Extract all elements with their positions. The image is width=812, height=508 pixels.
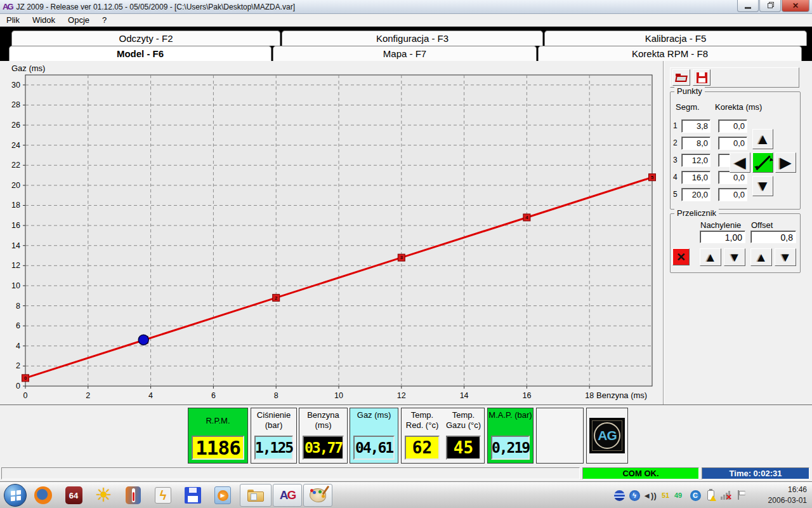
temp-red-label: Temp. <box>411 410 433 420</box>
tab-model[interactable]: Model - F6 <box>9 46 272 61</box>
temp-red-value: 62 <box>405 436 440 460</box>
network-tray-item[interactable]: ✕ <box>719 490 732 501</box>
svg-text:18: 18 <box>585 391 594 400</box>
tab-korekta-rpm[interactable]: Korekta RPM - F8 <box>538 46 802 61</box>
media-player-icon: ▶ <box>214 486 231 504</box>
status-empty <box>1 467 580 479</box>
tab-konfiguracja[interactable]: Konfiguracja - F3 <box>282 30 543 46</box>
korekta-field-5[interactable]: 0,0 <box>718 188 747 201</box>
tray-counter-51[interactable]: 51 <box>660 490 671 501</box>
volume-tray-item[interactable]: ◄)) <box>643 490 656 501</box>
restore-button[interactable] <box>759 0 781 12</box>
menu-help[interactable]: ? <box>96 14 113 26</box>
thermometer-app-launcher[interactable] <box>124 486 143 505</box>
point-left-button[interactable]: ◀ <box>730 152 750 173</box>
power-tray-item[interactable]: ϟ <box>628 490 641 501</box>
svg-text:10: 10 <box>11 281 20 290</box>
nachylenie-up-button[interactable]: ▲ <box>700 248 721 266</box>
c-app-icon: C <box>690 490 701 501</box>
punkty-row-1: 1 3,8 0,0 <box>673 119 747 133</box>
taskbar-clock[interactable]: 16:46 2006-03-01 <box>768 485 807 506</box>
ag-logo-icon: AG <box>589 418 625 453</box>
menu-widok[interactable]: Widok <box>26 14 62 26</box>
svg-text:4: 4 <box>16 342 20 351</box>
svg-text:2: 2 <box>275 295 277 301</box>
benzyna-unit: (ms) <box>315 420 332 430</box>
minimize-button[interactable] <box>737 0 759 12</box>
app-64-launcher[interactable]: 64 <box>64 486 83 505</box>
paint-task-button[interactable] <box>303 484 332 507</box>
nachylenie-field[interactable]: 1,00 <box>700 231 745 243</box>
media-player-launcher[interactable]: ▶ <box>213 486 232 505</box>
svg-text:18: 18 <box>11 201 20 210</box>
winamp-icon: ϟ <box>155 487 171 504</box>
segm-field-3[interactable]: 12,0 <box>681 154 710 167</box>
offset-down-button[interactable]: ▼ <box>775 248 796 266</box>
app-64-icon: 64 <box>65 486 82 504</box>
temp-gazu-value: 45 <box>446 436 481 460</box>
gauge-map: M.A.P. (bar) 0,219 <box>487 408 534 464</box>
svg-text:14: 14 <box>11 241 20 250</box>
arrow-left-icon: ◀ <box>734 155 745 170</box>
reset-button[interactable]: ✕ <box>672 248 690 265</box>
segm-field-4[interactable]: 16,0 <box>681 171 710 184</box>
korekta-field-1[interactable]: 0,0 <box>718 119 747 133</box>
model-chart[interactable]: Gaz (ms)02468101214161820222426283002468… <box>0 61 663 404</box>
col-korekta-label: Korekta (ms) <box>715 102 762 112</box>
thermometer-icon <box>126 486 141 504</box>
start-button[interactable] <box>4 484 27 507</box>
point-up-button[interactable]: ▲ <box>752 129 773 149</box>
temp-gazu-unit: Gazu (°c) <box>446 420 481 430</box>
nachylenie-down-button[interactable]: ▼ <box>724 248 745 266</box>
explorer-task-button[interactable] <box>240 484 272 507</box>
row-number: 3 <box>673 156 679 164</box>
firefox-launcher[interactable] <box>34 486 53 505</box>
segm-field-1[interactable]: 3,8 <box>681 119 710 133</box>
punkty-row-2: 2 8,0 0,0 <box>673 136 747 150</box>
offset-field[interactable]: 0,8 <box>750 231 796 243</box>
power-lightning-icon: ϟ <box>629 490 640 501</box>
window-title: JZ 2009 - Release ver 01.12.05 - 05/05/2… <box>16 3 296 11</box>
com-status: COM OK. <box>582 467 699 479</box>
globe-tray-item[interactable] <box>613 490 625 501</box>
przelicznik-title: Przelicznik <box>674 208 719 218</box>
close-button[interactable]: ✕ <box>782 0 809 12</box>
svg-text:0: 0 <box>16 382 20 391</box>
session-time: Time: 0:02:31 <box>702 467 809 479</box>
winamp-launcher[interactable]: ϟ <box>154 486 173 505</box>
tab-kalibracja[interactable]: Kalibracja - F5 <box>544 30 807 46</box>
sun-app-launcher[interactable]: ☀ <box>94 486 113 505</box>
linear-model-button[interactable] <box>752 152 773 173</box>
gauge-temps: Temp.Red. (°c) 62 Temp.Gazu (°c) 45 <box>401 408 485 464</box>
save-file-button[interactable] <box>693 69 710 86</box>
chart-canvas[interactable]: Gaz (ms)02468101214161820222426283002468… <box>0 61 663 404</box>
c-app-tray-item[interactable]: C <box>689 490 702 501</box>
korekta-field-2[interactable]: 0,0 <box>718 137 747 150</box>
point-right-button[interactable]: ▶ <box>775 152 796 173</box>
open-file-button[interactable] <box>672 69 690 86</box>
floppy-launcher[interactable] <box>183 486 202 505</box>
segm-field-2[interactable]: 8,0 <box>681 137 710 150</box>
offset-up-button[interactable]: ▲ <box>750 248 772 266</box>
tab-odczyty[interactable]: Odczyty - F2 <box>11 30 280 46</box>
arrow-right-icon: ▶ <box>780 155 791 170</box>
tab-mapa[interactable]: Mapa - F7 <box>273 46 537 61</box>
gauge-rpm: R.P.M. 1186 <box>188 408 248 464</box>
flag-tray-item[interactable] <box>736 490 747 501</box>
battery-tray-item[interactable] <box>704 490 717 501</box>
punkty-title: Punkty <box>674 86 705 96</box>
menu-plik[interactable]: Plik <box>0 14 26 26</box>
punkty-groupbox: Punkty Segm. Korekta (ms) 1 3,8 0,0 2 8,… <box>670 91 801 210</box>
cisnienie-value: 1,125 <box>254 436 293 460</box>
segm-field-5[interactable]: 20,0 <box>681 188 710 201</box>
menu-opcje[interactable]: Opcje <box>62 14 96 26</box>
ag-app-task-button[interactable]: AG <box>273 484 302 507</box>
clock-date: 2006-03-01 <box>768 495 807 506</box>
gauges-strip: R.P.M. 1186 Ciśnienie(bar) 1,125 Benzyna… <box>0 404 812 465</box>
svg-text:Gaz (ms): Gaz (ms) <box>11 64 45 73</box>
point-down-button[interactable]: ▼ <box>752 176 773 196</box>
tray-counter-49[interactable]: 49 <box>672 490 684 501</box>
tab-strip: Odczyty - F2 Konfiguracja - F3 Kalibracj… <box>0 27 812 61</box>
punkty-row-5: 5 20,0 0,0 <box>673 187 747 201</box>
svg-text:0: 0 <box>24 375 27 381</box>
